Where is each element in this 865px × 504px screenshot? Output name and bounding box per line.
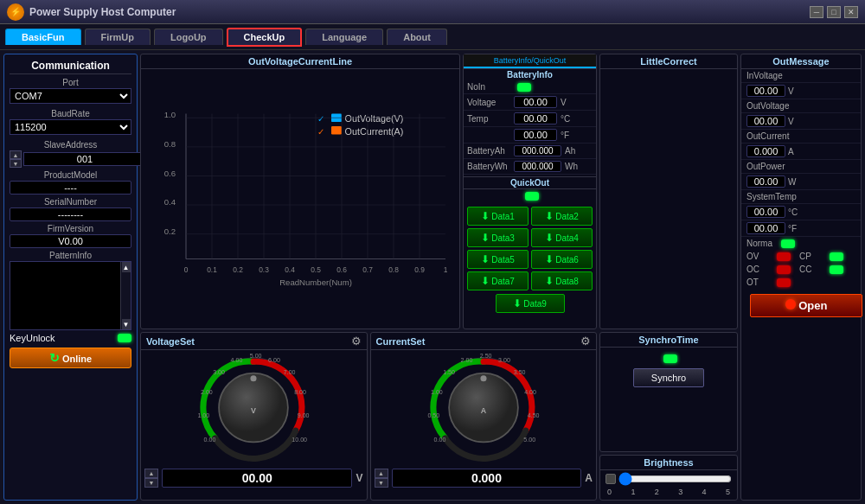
svg-text:0.8: 0.8: [164, 139, 176, 149]
tab-logoup[interactable]: LogoUp: [154, 29, 223, 45]
noin-label: NoIn: [467, 82, 510, 92]
tab-firmup[interactable]: FirmUp: [85, 29, 151, 45]
data5-button[interactable]: ⬇Data5: [467, 250, 529, 269]
current-down-button[interactable]: ▼: [375, 478, 388, 488]
tab-batteryinfo-quickout[interactable]: BatteryInfo/QuickOut: [464, 54, 596, 68]
svg-text:3.00: 3.00: [498, 357, 510, 364]
data8-button[interactable]: ⬇Data8: [531, 271, 593, 290]
ov-label: OV: [746, 252, 768, 261]
slave-down-button[interactable]: ▼: [10, 159, 22, 168]
voltage-value-input[interactable]: [162, 469, 352, 488]
ot-label: OT: [746, 278, 768, 287]
data6-button[interactable]: ⬇Data6: [531, 250, 593, 269]
slave-up-button[interactable]: ▲: [10, 150, 22, 159]
cp-led: [830, 252, 843, 261]
systemtemp-row: SystemTemp: [741, 190, 861, 204]
svg-text:4.00: 4.00: [231, 357, 243, 364]
voltageset-gear-icon[interactable]: ⚙: [351, 335, 362, 348]
firmver-label: FirmVersion: [10, 224, 131, 233]
data4-button[interactable]: ⬇Data4: [531, 228, 593, 247]
involtage-unit: V: [788, 86, 794, 96]
center-top: OutVoltageCurrentLine OutVoltage(V) OutC…: [140, 54, 738, 329]
oc-led: [777, 265, 791, 274]
involtage-val-row: 00.00 V: [741, 83, 861, 99]
current-value-input[interactable]: [392, 469, 582, 488]
tab-about[interactable]: About: [387, 29, 447, 45]
current-input-row: ▲ ▼ A: [371, 465, 597, 491]
voltage-down-button[interactable]: ▼: [144, 478, 158, 488]
svg-text:3.00: 3.00: [213, 369, 225, 376]
currentset-title: CurrentSet: [376, 336, 426, 347]
slave-spin: ▲ ▼: [10, 150, 131, 168]
svg-text:5.00: 5.00: [523, 437, 535, 443]
synchro-led: [663, 354, 677, 363]
pattern-scroll-down[interactable]: ▼: [122, 319, 131, 329]
data2-button[interactable]: ⬇Data2: [531, 207, 593, 226]
online-button[interactable]: ↻ Online: [10, 348, 131, 368]
outvoltage-unit: V: [788, 117, 794, 126]
data1-button[interactable]: ⬇Data1: [467, 207, 529, 226]
brightness-slider-row: [606, 474, 732, 484]
tab-language[interactable]: Language: [305, 29, 383, 45]
temp-f-unit: °F: [561, 131, 569, 140]
systemtemp-c-value: 00.00: [746, 206, 785, 218]
noin-led: [517, 83, 531, 92]
app-icon: ⚡: [7, 3, 24, 21]
quickout-grid: ⬇Data1 ⬇Data2 ⬇Data3 ⬇Data4 ⬇Data5 ⬇Data…: [464, 203, 596, 294]
systemtemp-f-unit: °F: [788, 224, 797, 233]
involtage-label: InVoltage: [746, 71, 794, 80]
currentset-header: CurrentSet ⚙: [371, 333, 597, 350]
data9-button[interactable]: ⬇Data9: [496, 294, 565, 313]
titlebar: ⚡ Power Supply Host Computer ─ □ ✕: [0, 0, 865, 24]
svg-text:1.50: 1.50: [443, 369, 455, 376]
brightness-indicator: [606, 474, 616, 484]
brightness-slider[interactable]: [618, 474, 732, 484]
data3-button[interactable]: ⬇Data3: [467, 228, 529, 247]
voltage-knob-svg: 0.00 1.00 2.00 3.00 4.00 5.00 6.00 7.00 …: [180, 350, 327, 465]
battery-panel: BatteryInfo/QuickOut BatteryInfo NoIn Vo…: [463, 54, 597, 329]
currentset-gear-icon[interactable]: ⚙: [580, 335, 591, 348]
battwh-value: 000.000: [514, 161, 561, 172]
voltage-unit: V: [561, 98, 567, 107]
minimize-button[interactable]: ─: [810, 6, 823, 18]
slave-value[interactable]: [23, 152, 146, 166]
chart-svg: OutVoltage(V) OutCurrent(A) ✓ ✓ 1.0 0.8: [144, 73, 456, 321]
close-button[interactable]: ✕: [844, 6, 858, 18]
voltage-value: 00.00: [514, 96, 557, 108]
open-button[interactable]: Open: [750, 294, 862, 317]
svg-text:4.50: 4.50: [527, 412, 539, 419]
tab-checkup[interactable]: CheckUp: [227, 28, 303, 47]
outvoltage-row: OutVoltage: [741, 99, 861, 113]
titlebar-controls: ─ □ ✕: [810, 6, 858, 18]
norma-led: [781, 239, 795, 248]
voltageset-header: VoltageSet ⚙: [141, 333, 367, 350]
svg-text:0.1: 0.1: [207, 265, 217, 274]
svg-text:1: 1: [444, 265, 448, 274]
keyunlock-led: [118, 334, 131, 342]
battwh-label: BatteryWh: [467, 162, 510, 171]
svg-text:0.00: 0.00: [433, 437, 445, 443]
current-up-button[interactable]: ▲: [375, 469, 388, 478]
involtage-value: 00.00: [746, 85, 785, 97]
systemtemp-label: SystemTemp: [746, 192, 797, 201]
port-select[interactable]: COM7: [10, 88, 131, 104]
pattern-label: PatternInfo: [10, 251, 131, 260]
baudrate-label: BaudRate: [10, 109, 131, 118]
systemtemp-f-value: 00.00: [746, 222, 785, 234]
restore-button[interactable]: □: [827, 6, 841, 18]
pattern-scroll-up[interactable]: ▲: [122, 262, 131, 272]
data7-button[interactable]: ⬇Data7: [467, 271, 529, 290]
svg-text:8.00: 8.00: [294, 389, 306, 396]
outcurrent-label: OutCurrent: [746, 131, 794, 141]
tab-basicfun[interactable]: BasicFun: [5, 29, 81, 45]
synchro-button[interactable]: Synchro: [633, 368, 704, 387]
battwh-unit: Wh: [565, 162, 578, 171]
svg-point-41: [251, 375, 257, 381]
main-area: Communication Port COM7 BaudRate 115200 …: [0, 50, 865, 504]
current-knob-svg: 0.00 0.50 1.00 1.50 2.00 2.50 3.00 3.50 …: [410, 350, 557, 465]
voltage-up-button[interactable]: ▲: [144, 469, 158, 478]
svg-text:0.2: 0.2: [164, 226, 176, 236]
littlecorrect-panel: LittleCorrect: [599, 54, 738, 329]
baudrate-select[interactable]: 115200: [10, 119, 131, 135]
voltage-spin: ▲ ▼: [144, 469, 158, 488]
